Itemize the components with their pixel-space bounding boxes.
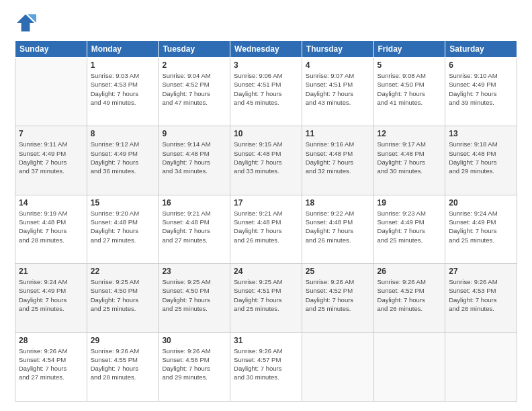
header-day-tuesday: Tuesday [159,41,230,58]
day-info: Sunrise: 9:21 AMSunset: 4:48 PMDaylight:… [162,209,226,244]
day-info: Sunrise: 9:11 AMSunset: 4:49 PMDaylight:… [19,140,83,175]
header-day-saturday: Saturday [445,41,517,58]
day-number: 25 [306,267,370,276]
day-number: 22 [91,267,155,276]
calendar-cell: 18Sunrise: 9:22 AMSunset: 4:48 PMDayligh… [302,195,373,263]
calendar-cell: 2Sunrise: 9:04 AMSunset: 4:52 PMDaylight… [159,58,230,126]
calendar-week-row: 14Sunrise: 9:19 AMSunset: 4:48 PMDayligh… [15,195,517,263]
day-number: 28 [19,336,83,345]
calendar-cell: 3Sunrise: 9:06 AMSunset: 4:51 PMDaylight… [230,58,302,126]
day-number: 30 [162,336,226,345]
day-number: 7 [19,129,83,138]
header-day-thursday: Thursday [302,41,373,58]
day-number: 14 [19,198,83,208]
day-info: Sunrise: 9:12 AMSunset: 4:49 PMDaylight:… [91,140,155,175]
day-number: 8 [91,129,155,138]
day-info: Sunrise: 9:26 AMSunset: 4:52 PMDaylight:… [378,277,442,313]
day-number: 10 [234,129,298,138]
calendar-cell: 6Sunrise: 9:10 AMSunset: 4:49 PMDaylight… [445,58,517,126]
day-number: 21 [19,267,83,276]
calendar-cell: 12Sunrise: 9:17 AMSunset: 4:48 PMDayligh… [373,126,445,195]
day-number: 26 [378,267,442,276]
day-info: Sunrise: 9:08 AMSunset: 4:50 PMDaylight:… [378,71,442,107]
day-number: 31 [234,336,298,345]
days-of-week-row: SundayMondayTuesdayWednesdayThursdayFrid… [15,41,517,58]
calendar-week-row: 28Sunrise: 9:26 AMSunset: 4:54 PMDayligh… [15,332,517,401]
day-info: Sunrise: 9:26 AMSunset: 4:55 PMDaylight:… [91,347,155,382]
day-info: Sunrise: 9:25 AMSunset: 4:51 PMDaylight:… [234,277,298,313]
calendar-cell: 14Sunrise: 9:19 AMSunset: 4:48 PMDayligh… [15,195,87,263]
day-info: Sunrise: 9:26 AMSunset: 4:53 PMDaylight:… [449,277,513,313]
calendar-table: SundayMondayTuesdayWednesdayThursdayFrid… [15,40,517,402]
logo [15,12,38,34]
day-number: 24 [234,267,298,276]
day-number: 17 [234,198,298,208]
calendar-cell: 26Sunrise: 9:26 AMSunset: 4:52 PMDayligh… [373,264,445,332]
logo-icon [15,12,36,34]
page: SundayMondayTuesdayWednesdayThursdayFrid… [0,0,532,411]
day-info: Sunrise: 9:18 AMSunset: 4:48 PMDaylight:… [449,140,513,175]
calendar-cell: 16Sunrise: 9:21 AMSunset: 4:48 PMDayligh… [159,195,230,263]
calendar-cell: 29Sunrise: 9:26 AMSunset: 4:55 PMDayligh… [87,332,159,401]
header-day-friday: Friday [373,41,445,58]
day-number: 13 [449,129,513,138]
day-info: Sunrise: 9:21 AMSunset: 4:48 PMDaylight:… [234,209,298,244]
day-info: Sunrise: 9:19 AMSunset: 4:48 PMDaylight:… [19,209,83,244]
calendar-cell: 5Sunrise: 9:08 AMSunset: 4:50 PMDaylight… [373,58,445,126]
day-number: 23 [162,267,226,276]
day-number: 9 [162,129,226,138]
day-number: 18 [306,198,370,208]
calendar-cell: 23Sunrise: 9:25 AMSunset: 4:50 PMDayligh… [159,264,230,332]
calendar-cell: 31Sunrise: 9:26 AMSunset: 4:57 PMDayligh… [230,332,302,401]
calendar-cell: 15Sunrise: 9:20 AMSunset: 4:48 PMDayligh… [87,195,159,263]
calendar-cell: 8Sunrise: 9:12 AMSunset: 4:49 PMDaylight… [87,126,159,195]
day-number: 16 [162,198,226,208]
calendar-cell [15,58,87,126]
day-info: Sunrise: 9:14 AMSunset: 4:48 PMDaylight:… [162,140,226,175]
day-info: Sunrise: 9:26 AMSunset: 4:52 PMDaylight:… [306,277,370,313]
calendar-week-row: 1Sunrise: 9:03 AMSunset: 4:53 PMDaylight… [15,58,517,126]
day-number: 12 [378,129,442,138]
day-number: 3 [234,60,298,70]
day-info: Sunrise: 9:06 AMSunset: 4:51 PMDaylight:… [234,71,298,107]
calendar-cell: 21Sunrise: 9:24 AMSunset: 4:49 PMDayligh… [15,264,87,332]
calendar-cell: 17Sunrise: 9:21 AMSunset: 4:48 PMDayligh… [230,195,302,263]
day-number: 27 [449,267,513,276]
calendar-cell: 30Sunrise: 9:26 AMSunset: 4:56 PMDayligh… [159,332,230,401]
header [15,12,517,34]
day-info: Sunrise: 9:26 AMSunset: 4:56 PMDaylight:… [162,347,226,382]
day-info: Sunrise: 9:03 AMSunset: 4:53 PMDaylight:… [91,71,155,107]
day-number: 19 [378,198,442,208]
header-day-sunday: Sunday [15,41,87,58]
header-day-monday: Monday [87,41,159,58]
calendar-header: SundayMondayTuesdayWednesdayThursdayFrid… [15,41,517,58]
calendar-body: 1Sunrise: 9:03 AMSunset: 4:53 PMDaylight… [15,58,517,402]
day-info: Sunrise: 9:26 AMSunset: 4:54 PMDaylight:… [19,347,83,382]
calendar-cell: 28Sunrise: 9:26 AMSunset: 4:54 PMDayligh… [15,332,87,401]
day-info: Sunrise: 9:25 AMSunset: 4:50 PMDaylight:… [91,277,155,313]
calendar-week-row: 7Sunrise: 9:11 AMSunset: 4:49 PMDaylight… [15,126,517,195]
calendar-cell [445,332,517,401]
calendar-cell: 22Sunrise: 9:25 AMSunset: 4:50 PMDayligh… [87,264,159,332]
day-info: Sunrise: 9:24 AMSunset: 4:49 PMDaylight:… [19,277,83,313]
day-number: 6 [449,60,513,70]
calendar-cell: 1Sunrise: 9:03 AMSunset: 4:53 PMDaylight… [87,58,159,126]
calendar-cell: 13Sunrise: 9:18 AMSunset: 4:48 PMDayligh… [445,126,517,195]
day-number: 29 [91,336,155,345]
day-info: Sunrise: 9:22 AMSunset: 4:48 PMDaylight:… [306,209,370,244]
day-info: Sunrise: 9:24 AMSunset: 4:49 PMDaylight:… [449,209,513,244]
day-info: Sunrise: 9:17 AMSunset: 4:48 PMDaylight:… [378,140,442,175]
calendar-cell: 4Sunrise: 9:07 AMSunset: 4:51 PMDaylight… [302,58,373,126]
day-info: Sunrise: 9:16 AMSunset: 4:48 PMDaylight:… [306,140,370,175]
day-info: Sunrise: 9:15 AMSunset: 4:48 PMDaylight:… [234,140,298,175]
day-info: Sunrise: 9:23 AMSunset: 4:49 PMDaylight:… [378,209,442,244]
calendar-cell: 24Sunrise: 9:25 AMSunset: 4:51 PMDayligh… [230,264,302,332]
day-info: Sunrise: 9:20 AMSunset: 4:48 PMDaylight:… [91,209,155,244]
calendar-cell: 27Sunrise: 9:26 AMSunset: 4:53 PMDayligh… [445,264,517,332]
day-number: 11 [306,129,370,138]
calendar-week-row: 21Sunrise: 9:24 AMSunset: 4:49 PMDayligh… [15,264,517,332]
day-info: Sunrise: 9:25 AMSunset: 4:50 PMDaylight:… [162,277,226,313]
day-number: 15 [91,198,155,208]
day-info: Sunrise: 9:04 AMSunset: 4:52 PMDaylight:… [162,71,226,107]
calendar-cell [302,332,373,401]
